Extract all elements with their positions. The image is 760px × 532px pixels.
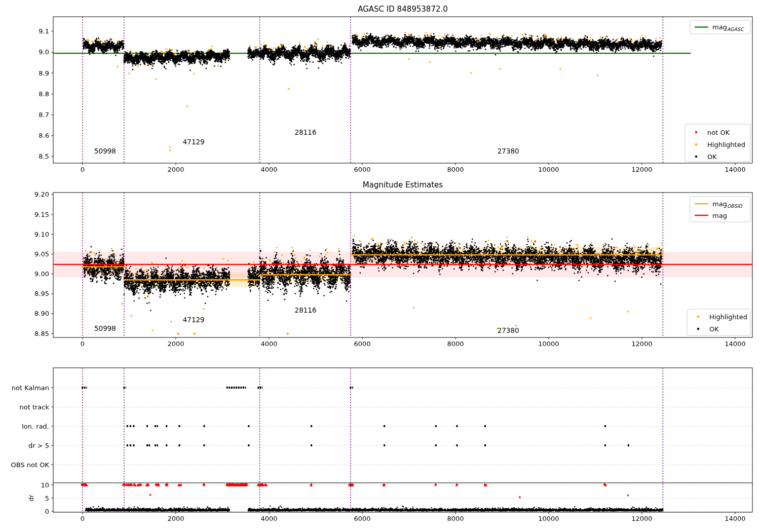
legend-dot-swatch (695, 131, 697, 133)
obsid-label: 28116 (295, 128, 317, 136)
legend-middle-scatter: HighlightedOK (687, 309, 750, 335)
y-tick-label: 8.9 (39, 69, 49, 77)
legend-dot-swatch (697, 316, 699, 318)
axes-frame (53, 193, 752, 337)
figure-overlay: 020004000600080001000012000140008.58.68.… (0, 0, 760, 532)
axes-frame (53, 17, 752, 163)
y-tick-label: 9.0 (39, 48, 49, 56)
x-tick-label: 0 (81, 515, 85, 522)
flag-row-label: not Kalman (12, 384, 49, 392)
x-tick-label: 6000 (354, 340, 370, 348)
obsid-label: 50998 (94, 324, 116, 332)
y-tick-label: 9.05 (34, 250, 49, 258)
plot-0: 020004000600080001000012000140008.58.68.… (39, 5, 752, 173)
y-tick-label: 8.85 (34, 330, 49, 337)
x-tick-label: 8000 (447, 340, 464, 348)
dr-tick-label: 10 (41, 481, 49, 489)
x-tick-label: 0 (81, 166, 85, 173)
y-tick-label: 8.95 (34, 290, 49, 297)
y-tick-label: 9.20 (34, 191, 49, 198)
flags-panel: not Kalmannot trackIon. rad.dr > 5OBS no… (11, 384, 753, 515)
x-tick-label: 10000 (538, 515, 559, 522)
magnitude-lines (53, 255, 752, 280)
axes-frame (53, 368, 752, 512)
matplotlib-figure: 020004000600080001000012000140008.58.68.… (0, 0, 760, 532)
obsid-label: 28116 (295, 306, 317, 314)
plot-title: AGASC ID 848953872.0 (358, 5, 448, 14)
flag-row-label: not track (19, 403, 49, 411)
x-tick-label: 2000 (167, 340, 184, 348)
y-tick-label: 9.1 (39, 27, 49, 35)
legend-dot-swatch (695, 143, 697, 145)
obsid-label: 47129 (183, 316, 205, 324)
legend-dot-swatch (697, 328, 699, 330)
plot-title: Magnitude Estimates (363, 180, 443, 189)
obsid-label: 47129 (183, 138, 205, 146)
x-tick-label: 12000 (631, 515, 652, 522)
obsid-label: 50998 (94, 147, 116, 155)
flag-row-label: dr > 5 (28, 442, 49, 449)
x-tick-label: 4000 (260, 515, 277, 522)
flag-row-label: Ion. rad. (22, 423, 49, 430)
x-tick-label: 8000 (447, 166, 464, 173)
dr-tick-label: 0 (45, 508, 49, 515)
obsid-label: 27380 (498, 326, 519, 334)
legend-label: OK (707, 153, 717, 161)
legend-label: mag (712, 212, 727, 219)
legend-mag-agasc: magAGASC (690, 20, 750, 34)
legend-dot-swatch (695, 156, 697, 158)
x-tick-label: 2000 (167, 515, 184, 522)
x-tick-label: 12000 (631, 166, 652, 173)
dr-tick-label: 5 (45, 495, 49, 502)
flag-row-label: OBS not OK (11, 461, 50, 469)
x-tick-label: 14000 (725, 515, 745, 522)
x-tick-label: 6000 (354, 515, 370, 522)
legend-label: Highlighted (709, 313, 747, 321)
x-tick-label: 14000 (725, 340, 745, 348)
legend-top-scatter: not OKHighlightedOK (685, 124, 750, 162)
x-tick-label: 10000 (538, 340, 559, 348)
legend-middle-lines: magOBSIDmag (690, 197, 750, 222)
obsid-label: 27380 (498, 147, 519, 155)
x-tick-label: 8000 (447, 515, 464, 522)
x-tick-label: 14000 (725, 166, 745, 173)
y-tick-label: 9.00 (34, 270, 49, 278)
y-tick-label: 9.15 (34, 211, 49, 218)
y-tick-label: 8.5 (39, 153, 49, 160)
x-tick-label: 4000 (260, 340, 277, 348)
y-tick-label: 8.90 (34, 310, 49, 317)
x-tick-label: 4000 (260, 166, 277, 173)
y-tick-label: 9.10 (34, 231, 49, 238)
x-tick-label: 2000 (167, 166, 184, 173)
y-tick-label: 8.7 (39, 111, 49, 119)
x-tick-label: 10000 (538, 166, 559, 173)
legend-label: not OK (707, 129, 730, 136)
y-tick-label: 8.8 (39, 90, 49, 98)
legend-label: OK (709, 325, 719, 333)
x-tick-label: 0 (81, 340, 85, 348)
y-tick-label: 8.6 (39, 132, 49, 139)
x-tick-label: 12000 (631, 340, 652, 348)
x-tick-label: 6000 (354, 166, 370, 173)
dr-axis-label: dr (27, 495, 35, 502)
legend-label: Highlighted (707, 141, 745, 148)
